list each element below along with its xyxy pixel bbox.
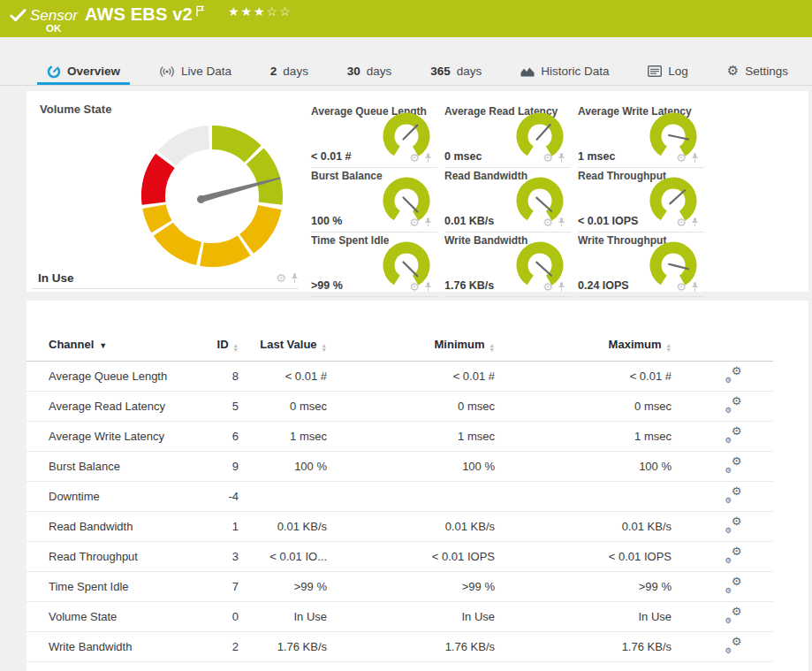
pin-icon[interactable]	[558, 153, 565, 163]
cell-minimum: < 0.01 #	[327, 370, 495, 383]
pin-icon[interactable]	[424, 282, 432, 292]
gauge-cell-write-throughput: Write Throughput0.24 IOPS⚙	[578, 233, 704, 297]
cell-channel: Volume State	[49, 610, 181, 623]
tab-2-days[interactable]: 2days	[261, 60, 318, 85]
tab-label: Settings	[745, 65, 788, 78]
cell-id: 3	[181, 550, 239, 563]
tab-live-data[interactable]: Live Data	[149, 60, 241, 85]
tab-bar: OverviewLive Data2days30days365daysHisto…	[0, 60, 812, 86]
gauge-cell-time-spent-idle: Time Spent Idle>99 %⚙	[311, 233, 437, 297]
gear-icon[interactable]: ⚙	[676, 152, 687, 164]
cell-last-value: 1.76 KB/s	[239, 640, 327, 653]
tab-overview[interactable]: Overview	[37, 60, 130, 85]
sensor-status-badge: OK	[46, 23, 61, 34]
historic-data-icon	[520, 65, 535, 77]
gear-icon[interactable]: ⚙	[543, 281, 553, 293]
col-header-label: Minimum	[435, 338, 485, 351]
col-header-minimum[interactable]: Minimum▲▼	[327, 338, 495, 352]
col-header-maximum[interactable]: Maximum▲▼	[495, 338, 672, 352]
pin-icon[interactable]	[424, 217, 432, 227]
channel-settings-icon[interactable]: ⚙⚙	[725, 548, 742, 562]
table-row-burst-balance: Burst Balance9100 %100 %100 %⚙⚙	[27, 452, 773, 482]
pin-icon[interactable]	[558, 282, 565, 292]
tab-log[interactable]: Log	[638, 60, 698, 85]
channel-settings-icon[interactable]: ⚙⚙	[725, 518, 742, 532]
channel-settings-icon[interactable]: ⚙⚙	[725, 368, 742, 382]
channel-settings-icon[interactable]: ⚙⚙	[725, 578, 742, 592]
sensor-name: AWS EBS v2	[85, 4, 193, 25]
gauges-panel: Volume State In Use ⚙ Average Queue Leng…	[27, 91, 808, 292]
cell-id: 9	[181, 460, 239, 473]
tab-number: 30	[347, 65, 360, 78]
cell-last-value: 100 %	[239, 460, 327, 473]
gauge-icon	[47, 65, 61, 79]
pin-icon[interactable]	[691, 217, 699, 227]
gauge-cell-burst-balance: Burst Balance100 %⚙	[311, 168, 437, 233]
gear-icon[interactable]: ⚙	[543, 217, 553, 228]
cell-id: 1	[181, 520, 239, 533]
gauge-value: 100 %	[311, 215, 342, 227]
gauge-needle	[403, 126, 417, 140]
live-data-icon	[159, 65, 175, 78]
pin-icon[interactable]	[291, 273, 299, 283]
donut-segment	[154, 223, 201, 265]
channel-settings-icon[interactable]: ⚙⚙	[725, 398, 742, 412]
pin-icon[interactable]	[424, 153, 432, 163]
table-row-average-queue-length: Average Queue Length8< 0.01 #< 0.01 #< 0…	[27, 362, 773, 392]
sensor-kind-label: Sensor	[30, 7, 78, 25]
tab-label: days	[283, 65, 308, 78]
col-header-last-value[interactable]: Last Value▲▼	[239, 338, 327, 352]
cell-maximum: 1 msec	[495, 430, 672, 443]
cell-channel: Read Throughput	[49, 550, 181, 563]
gauge-needle	[536, 263, 551, 276]
check-icon	[10, 9, 27, 22]
gear-icon[interactable]: ⚙	[276, 272, 286, 284]
channel-settings-icon[interactable]: ⚙⚙	[725, 608, 742, 622]
tab-label: Live Data	[181, 65, 231, 78]
pin-icon[interactable]	[558, 217, 565, 227]
gear-icon[interactable]: ⚙	[676, 281, 687, 293]
cell-maximum: >99 %	[495, 580, 672, 593]
cell-minimum: In Use	[327, 610, 495, 623]
priority-stars[interactable]: ★★★☆☆	[228, 4, 292, 19]
pin-icon[interactable]	[691, 153, 699, 163]
table-row-downtime: Downtime-4⚙⚙	[27, 482, 773, 512]
gauge-value: 1.76 KB/s	[444, 279, 494, 292]
gauge-needle	[670, 190, 685, 203]
pin-icon[interactable]	[691, 282, 699, 292]
tab-historic-data[interactable]: Historic Data	[511, 60, 618, 85]
channel-settings-icon[interactable]: ⚙⚙	[725, 428, 742, 442]
gauge-cell-write-bandwidth: Write Bandwidth1.76 KB/s⚙	[444, 233, 571, 297]
cell-channel: Average Read Latency	[49, 400, 181, 413]
cell-last-value: < 0.01 IO...	[239, 550, 327, 563]
tab-settings[interactable]: ⚙Settings	[717, 60, 798, 85]
gear-icon[interactable]: ⚙	[543, 152, 553, 164]
gear-icon[interactable]: ⚙	[409, 217, 420, 228]
gear-icon[interactable]: ⚙	[409, 152, 420, 164]
gauge-value: 0 msec	[444, 150, 482, 163]
channel-settings-icon[interactable]: ⚙⚙	[725, 488, 742, 502]
sensor-header: Sensor AWS EBS v2 ★★★☆☆ OK	[0, 0, 812, 37]
channel-settings-icon[interactable]: ⚙⚙	[725, 458, 742, 472]
cell-minimum: 1 msec	[327, 430, 495, 443]
cell-id: 6	[181, 430, 239, 443]
col-header-id[interactable]: ID▲▼	[181, 338, 239, 352]
tab-365-days[interactable]: 365days	[421, 60, 491, 85]
table-row-read-bandwidth: Read Bandwidth10.01 KB/s0.01 KB/s0.01 KB…	[27, 512, 773, 542]
cell-minimum: 0 msec	[327, 400, 495, 413]
gauge-value: In Use	[38, 271, 74, 285]
table-row-read-throughput: Read Throughput3< 0.01 IO...< 0.01 IOPS<…	[27, 542, 773, 572]
gear-icon[interactable]: ⚙	[409, 281, 420, 293]
col-header-channel[interactable]: Channel▼	[49, 338, 181, 351]
gear-icon[interactable]: ⚙	[676, 217, 687, 228]
cell-minimum: 1.76 KB/s	[327, 640, 495, 653]
settings-icon: ⚙	[727, 65, 739, 78]
sort-icon: ▲▼	[666, 343, 672, 352]
gauge-value: 1 msec	[578, 150, 615, 163]
tab-30-days[interactable]: 30days	[338, 60, 402, 85]
channel-settings-icon[interactable]: ⚙⚙	[725, 638, 742, 652]
flag-icon[interactable]	[195, 5, 205, 17]
cell-channel: Average Write Latency	[49, 430, 181, 443]
gauge-needle	[536, 198, 551, 211]
donut-segment	[247, 148, 283, 204]
